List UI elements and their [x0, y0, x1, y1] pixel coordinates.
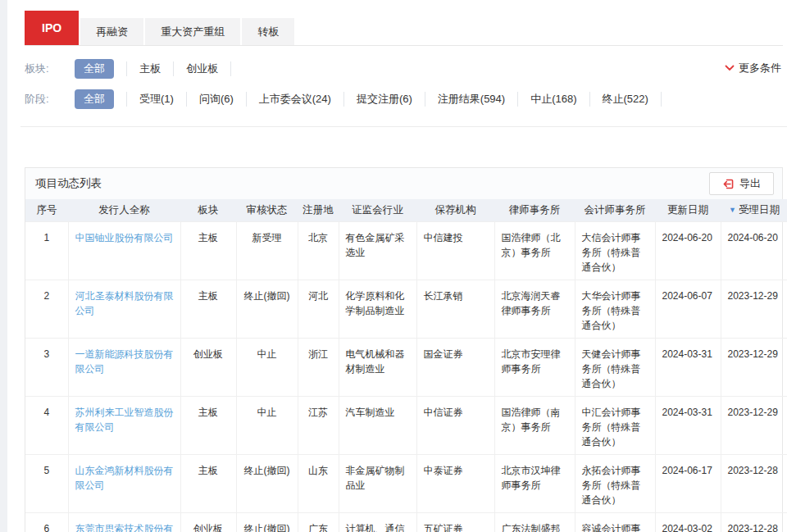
tab-item-1[interactable]: 再融资	[80, 18, 143, 45]
filter-option[interactable]: 上市委会议(24)	[247, 92, 344, 107]
cell-issuer: 中国铀业股份有限公司	[68, 222, 180, 280]
cell-issuer: 东莞市思索技术股份有限公司	[68, 513, 180, 532]
cell-law-firm: 北京海润天睿律师事务所	[494, 280, 575, 339]
filter-option-selected: 全部	[75, 59, 114, 79]
filter-row: 板块:全部主板创业板	[25, 58, 783, 80]
tab-item-2[interactable]: 重大资产重组	[145, 18, 240, 45]
filters-section: 板块:全部主板创业板阶段:全部受理(1)问询(6)上市委会议(24)提交注册(6…	[25, 58, 783, 110]
column-header[interactable]: 序号	[25, 199, 68, 222]
cell-sponsor: 长江承销	[416, 280, 494, 339]
filter-rows-container: 板块:全部主板创业板阶段:全部受理(1)问询(6)上市委会议(24)提交注册(6…	[25, 58, 783, 110]
cell-index: 1	[25, 222, 68, 280]
table-row: 6东莞市思索技术股份有限公司创业板终止(撤回)广东计算机、通信和其他电子设备制造…	[25, 513, 787, 532]
cell-industry: 计算机、通信和其他电子设备制造业	[339, 513, 416, 532]
cell-law-firm: 北京市安理律师事务所	[494, 339, 575, 397]
cell-industry: 有色金属矿采选业	[339, 222, 416, 280]
table-row: 5山东金鸿新材料股份有限公司主板终止(撤回)山东非金属矿物制品业中泰证券北京市汉…	[25, 455, 787, 513]
project-list-card: 项目动态列表 导出 序号发行人全称板块审核状态注册地证监会行业保荐机构律师事务所…	[25, 167, 783, 532]
filter-option[interactable]: 全部	[62, 61, 127, 76]
issuer-link[interactable]: 中国铀业股份有限公司	[75, 232, 174, 243]
cell-region: 河北	[298, 280, 339, 339]
column-header[interactable]: 证监会行业	[339, 199, 416, 222]
cell-sponsor: 国金证券	[416, 339, 494, 397]
issuer-link[interactable]: 苏州利来工业智造股份有限公司	[75, 407, 174, 433]
issuer-link[interactable]: 河北圣泰材料股份有限公司	[75, 290, 174, 316]
column-header[interactable]: 审核状态	[236, 199, 298, 222]
table-header-row: 序号发行人全称板块审核状态注册地证监会行业保荐机构律师事务所会计师事务所更新日期…	[25, 199, 787, 222]
column-header[interactable]: 注册地	[298, 199, 339, 222]
filter-option[interactable]: 提交注册(6)	[344, 92, 425, 107]
cell-region: 北京	[298, 222, 339, 280]
filter-option-selected: 全部	[75, 89, 114, 109]
filter-option[interactable]: 注册结果(594)	[425, 92, 518, 107]
cell-acceptance-date: 2024-06-20	[721, 222, 787, 280]
more-conditions-link[interactable]: 更多条件	[725, 61, 781, 75]
column-header[interactable]: ▼受理日期	[721, 199, 787, 222]
cell-acceptance-date: 2023-12-28	[721, 455, 787, 513]
issuer-link[interactable]: 东莞市思索技术股份有限公司	[75, 523, 174, 532]
cell-industry: 汽车制造业	[339, 397, 416, 455]
cell-industry: 电气机械和器材制造业	[339, 339, 416, 397]
column-header[interactable]: 律师事务所	[494, 199, 575, 222]
chevron-down-icon	[725, 65, 735, 71]
section-divider	[20, 126, 787, 127]
cell-issuer: 一道新能源科技股份有限公司	[68, 339, 180, 397]
cell-issuer: 山东金鸿新材料股份有限公司	[68, 455, 180, 513]
cell-law-firm: 国浩律师（北京）事务所	[494, 222, 575, 280]
filter-option[interactable]: 问询(6)	[187, 92, 247, 107]
cell-accounting-firm: 中汇会计师事务所（特殊普通合伙）	[575, 397, 655, 455]
export-button[interactable]: 导出	[709, 172, 774, 195]
tab-item-0[interactable]: IPO	[25, 11, 79, 45]
table-row: 1中国铀业股份有限公司主板新受理北京有色金属矿采选业中信建投国浩律师（北京）事务…	[25, 222, 787, 280]
filter-option[interactable]: 全部	[62, 92, 127, 107]
table-row: 3一道新能源科技股份有限公司创业板中止浙江电气机械和器材制造业国金证券北京市安理…	[25, 339, 787, 397]
table-row: 4苏州利来工业智造股份有限公司主板中止江苏汽车制造业中信证券国浩律师（南京）事务…	[25, 397, 787, 455]
project-table: 序号发行人全称板块审核状态注册地证监会行业保荐机构律师事务所会计师事务所更新日期…	[25, 199, 787, 532]
table-row: 2河北圣泰材料股份有限公司主板终止(撤回)河北化学原料和化学制品制造业长江承销北…	[25, 280, 787, 339]
cell-board: 创业板	[180, 513, 236, 532]
filter-label: 板块:	[25, 61, 62, 76]
cell-update-date: 2024-03-02	[655, 513, 721, 532]
column-header[interactable]: 会计师事务所	[575, 199, 655, 222]
filter-option[interactable]: 终止(522)	[590, 92, 662, 107]
card-header: 项目动态列表 导出	[25, 168, 782, 199]
column-header[interactable]: 板块	[180, 199, 236, 222]
cell-update-date: 2024-03-31	[655, 397, 721, 455]
column-header[interactable]: 保荐机构	[416, 199, 494, 222]
cell-sponsor: 五矿证券	[416, 513, 494, 532]
tab-item-3[interactable]: 转板	[242, 18, 294, 45]
column-header[interactable]: 更新日期	[655, 199, 721, 222]
cell-board: 主板	[180, 222, 236, 280]
cell-sponsor: 中信建投	[416, 222, 494, 280]
left-gutter	[0, 0, 7, 532]
issuer-link[interactable]: 山东金鸿新材料股份有限公司	[75, 465, 174, 491]
top-tabs: IPO再融资重大资产重组转板	[25, 11, 783, 46]
cell-update-date: 2024-06-17	[655, 455, 721, 513]
cell-issuer: 苏州利来工业智造股份有限公司	[68, 397, 180, 455]
cell-status: 中止	[236, 397, 298, 455]
issuer-link[interactable]: 一道新能源科技股份有限公司	[75, 348, 174, 375]
column-header[interactable]: 发行人全称	[68, 199, 180, 222]
cell-industry: 非金属矿物制品业	[339, 455, 416, 513]
cell-acceptance-date: 2023-12-29	[721, 397, 787, 455]
cell-status: 终止(撤回)	[236, 280, 298, 339]
cell-region: 浙江	[298, 339, 339, 397]
more-conditions-label: 更多条件	[739, 61, 781, 75]
cell-acceptance-date: 2023-12-28	[721, 513, 787, 532]
filter-option[interactable]: 中止(168)	[518, 92, 589, 107]
cell-industry: 化学原料和化学制品制造业	[339, 280, 416, 339]
filter-option[interactable]: 受理(1)	[127, 92, 187, 107]
filter-option[interactable]: 主板	[127, 61, 174, 76]
list-title: 项目动态列表	[35, 176, 102, 191]
filter-option[interactable]: 创业板	[174, 61, 231, 76]
cell-region: 山东	[298, 455, 339, 513]
filter-label: 阶段:	[25, 92, 62, 107]
cell-board: 主板	[180, 280, 236, 339]
cell-index: 2	[25, 280, 68, 339]
cell-region: 广东	[298, 513, 339, 532]
export-icon	[722, 178, 735, 190]
cell-board: 创业板	[180, 339, 236, 397]
cell-accounting-firm: 大信会计师事务所（特殊普通合伙）	[575, 222, 655, 280]
cell-acceptance-date: 2023-12-29	[721, 339, 787, 397]
page-content: IPO再融资重大资产重组转板 板块:全部主板创业板阶段:全部受理(1)问询(6)…	[25, 11, 783, 532]
